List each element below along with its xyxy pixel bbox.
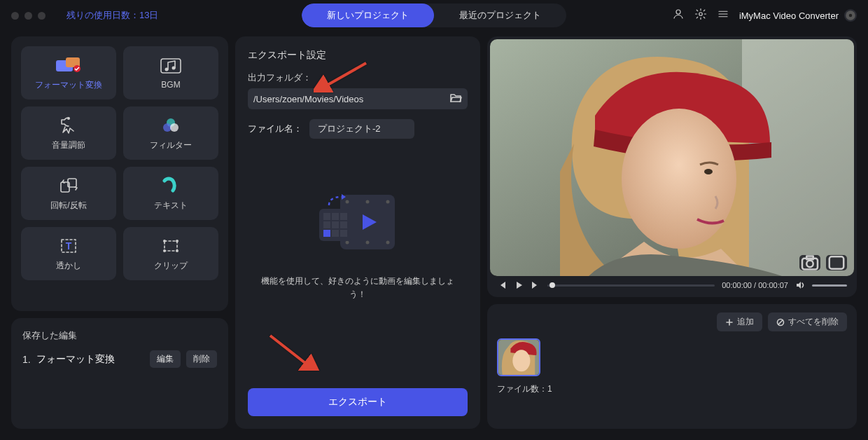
svg-point-10: [67, 117, 70, 120]
app-logo-icon: [844, 9, 857, 22]
svg-point-20: [176, 240, 178, 242]
gear-icon[interactable]: [694, 8, 707, 23]
play-icon[interactable]: [514, 280, 524, 290]
svg-point-26: [386, 200, 390, 204]
svg-rect-34: [323, 221, 330, 228]
tool-label: 音量調節: [52, 139, 85, 151]
volume-icon: [58, 116, 79, 135]
export-button[interactable]: エクスポート: [248, 388, 468, 416]
tool-format-convert[interactable]: フォーマット変換: [21, 46, 116, 99]
svg-point-44: [704, 169, 713, 174]
tool-label: 透かし: [56, 260, 81, 272]
window-traffic-lights[interactable]: [11, 12, 46, 20]
edit-button[interactable]: 編集: [150, 350, 181, 368]
tool-label: 回転/反転: [50, 200, 86, 212]
svg-rect-18: [164, 241, 177, 251]
tool-grid: フォーマット変換 BGM 音量調節: [11, 36, 228, 311]
progress-bar[interactable]: [547, 284, 715, 287]
svg-point-1: [699, 13, 703, 16]
svg-point-21: [163, 249, 166, 252]
fullscreen-icon[interactable]: [826, 255, 847, 270]
files-panel: 追加 すべてを削除 ファイル数：1: [487, 304, 857, 429]
saved-edit-row: 1. フォーマット変換 編集 削除: [22, 350, 217, 368]
tool-clip[interactable]: クリップ: [123, 227, 218, 280]
prev-icon[interactable]: [497, 280, 507, 290]
tool-label: フィルター: [150, 139, 192, 151]
volume-slider[interactable]: [812, 284, 847, 287]
tool-bgm[interactable]: BGM: [123, 46, 218, 99]
tool-label: クリップ: [154, 260, 188, 272]
svg-rect-40: [323, 230, 330, 237]
export-hint: 機能を使用して、好きのように動画を編集しましょう！: [248, 275, 468, 301]
tool-label: BGM: [161, 80, 180, 90]
preview-panel: 00:00:00 / 00:00:07: [487, 36, 857, 297]
svg-rect-39: [340, 230, 347, 237]
filter-icon: [160, 116, 181, 135]
delete-all-button[interactable]: すべてを削除: [768, 312, 847, 331]
volume-icon[interactable]: [795, 280, 805, 290]
svg-rect-7: [161, 59, 181, 73]
menu-icon[interactable]: [717, 8, 729, 23]
filename-input[interactable]: プロジェクト-2: [309, 119, 414, 139]
delete-button[interactable]: 削除: [186, 350, 217, 368]
file-thumbnail[interactable]: [497, 338, 540, 376]
annotation-arrow-icon: [263, 332, 319, 373]
tool-filter[interactable]: フィルター: [123, 106, 218, 160]
export-title: エクスポート設定: [248, 49, 468, 62]
format-convert-icon: [55, 55, 83, 75]
saved-edits-header: 保存した編集: [22, 329, 217, 342]
tool-volume[interactable]: 音量調節: [21, 106, 116, 160]
app-name: iMyMac Video Converter: [739, 9, 857, 22]
tool-watermark[interactable]: T 透かし: [21, 227, 116, 280]
filename-label: ファイル名：: [248, 123, 302, 135]
svg-point-51: [512, 350, 530, 371]
add-file-button[interactable]: 追加: [717, 312, 762, 331]
tool-rotate[interactable]: 回転/反転: [21, 167, 116, 220]
svg-rect-32: [332, 213, 339, 220]
text-icon: [160, 176, 181, 195]
user-icon[interactable]: [672, 8, 685, 23]
file-count: ファイル数：1: [497, 383, 847, 395]
svg-point-13: [170, 123, 178, 132]
svg-point-27: [346, 241, 349, 245]
tab-new-project[interactable]: 新しいプロジェクト: [302, 4, 434, 27]
svg-rect-48: [830, 256, 844, 268]
project-tab-switch: 新しいプロジェクト 最近のプロジェクト: [302, 4, 566, 27]
tool-text[interactable]: テキスト: [123, 167, 218, 220]
video-preview[interactable]: [490, 39, 854, 276]
svg-point-24: [346, 200, 349, 204]
editor-illustration-icon: [312, 188, 403, 261]
tab-recent-projects[interactable]: 最近のプロジェクト: [434, 4, 566, 27]
snapshot-icon[interactable]: [799, 255, 820, 270]
rotate-icon: [58, 176, 79, 195]
output-folder-value: /Users/zoen/Movies/Videos: [253, 94, 363, 104]
svg-point-43: [622, 109, 736, 249]
svg-point-46: [806, 261, 813, 267]
clip-icon: [160, 236, 181, 256]
saved-edits-panel: 保存した編集 1. フォーマット変換 編集 削除: [11, 318, 228, 429]
svg-point-19: [163, 240, 166, 242]
svg-rect-38: [332, 230, 339, 237]
svg-text:T: T: [66, 240, 72, 252]
svg-point-28: [366, 241, 370, 245]
svg-rect-31: [323, 213, 330, 220]
svg-rect-36: [340, 221, 347, 228]
next-icon[interactable]: [531, 280, 540, 290]
svg-point-22: [176, 249, 178, 252]
svg-point-29: [386, 241, 390, 245]
folder-open-icon[interactable]: [449, 92, 462, 106]
watermark-icon: T: [58, 236, 79, 256]
export-settings-panel: エクスポート設定 出力フォルダ： /Users/zoen/Movies/Vide…: [235, 36, 480, 429]
svg-rect-35: [332, 221, 339, 228]
time-display: 00:00:00 / 00:00:07: [722, 281, 788, 289]
output-folder-label: 出力フォルダ：: [248, 71, 468, 84]
trial-days-text: 残りの使用日数：13日: [66, 9, 158, 22]
svg-point-0: [676, 10, 680, 14]
saved-edit-label: フォーマット変換: [36, 353, 144, 366]
output-folder-field[interactable]: /Users/zoen/Movies/Videos: [248, 88, 468, 109]
saved-edit-index: 1.: [22, 354, 31, 365]
bgm-icon: [159, 56, 183, 76]
tool-label: フォーマット変換: [35, 79, 102, 91]
svg-rect-33: [340, 213, 347, 220]
svg-point-3: [849, 14, 853, 18]
